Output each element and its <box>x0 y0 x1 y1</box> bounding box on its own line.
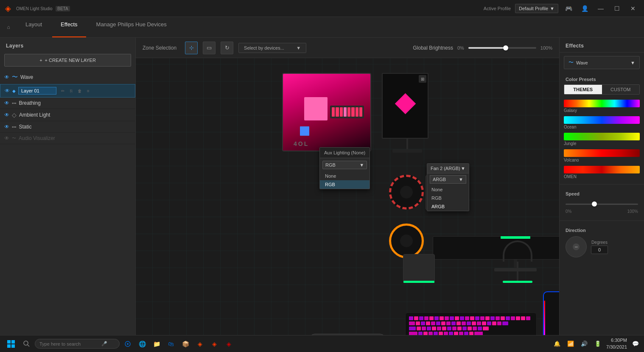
galaxy-gradient-bar <box>564 100 640 107</box>
speed-pcts: 0% 100% <box>566 209 638 214</box>
taskbar-explorer[interactable]: 📁 <box>150 338 163 350</box>
direction-wheel[interactable]: − <box>566 236 587 257</box>
minimize-button[interactable]: — <box>595 3 607 14</box>
layer-item-selected[interactable]: 👁 ◆ ✏ ⎘ 🗑 ≡ <box>0 84 135 98</box>
monitor-2-device <box>433 236 559 271</box>
monitor-expand-button[interactable]: ⊞ <box>419 75 426 83</box>
taskbar-volume-icon[interactable]: 🔊 <box>579 339 589 349</box>
aux-option-none[interactable]: None <box>320 172 370 180</box>
chevron-icon: ▼ <box>459 177 463 182</box>
svg-rect-1 <box>7 340 11 344</box>
svg-rect-2 <box>11 340 15 344</box>
fan-type-select[interactable]: ARGB ▼ <box>430 175 466 184</box>
layer-item-muted[interactable]: 👁 〜 Audio Visualizer <box>0 133 135 144</box>
profile-select[interactable]: Default Profile ▼ <box>515 4 558 13</box>
taskbar-search-box[interactable]: 🎤 <box>35 339 120 349</box>
taskbar-omen1[interactable]: ◈ <box>193 338 206 350</box>
wave-icon: 〜 <box>12 73 18 81</box>
speed-slider[interactable] <box>566 200 638 208</box>
aux-option-rgb[interactable]: RGB <box>320 180 370 189</box>
gamepad-icon[interactable]: 🎮 <box>563 3 574 14</box>
fan-2-dropdown[interactable]: Fan 2 (ARGB) ▼ ARGB ▼ None RGB ARGB <box>427 163 469 211</box>
brightness-fill <box>468 47 506 49</box>
speaker-left-bar <box>403 281 434 283</box>
preset-omen[interactable]: OMEN <box>564 166 640 179</box>
direction-minus-icon: − <box>573 243 580 250</box>
taskbar: 🎤 🌐 📁 🛍 📦 ◈ ◈ ◈ 🔔 📶 🔊 🔋 6:30PM 7/30/2021… <box>0 335 644 352</box>
tab-manage-hue[interactable]: Manage Philips Hue Devices <box>88 17 175 37</box>
taskbar-omen2[interactable]: ◈ <box>208 338 221 350</box>
degrees-field[interactable] <box>591 246 608 254</box>
effects-panel-header: Effects <box>560 38 644 53</box>
main-layout: Layers + + CREATE NEW LAYER 👁 〜 Wave 👁 ◆… <box>0 38 644 352</box>
color-presets-label: Color Presets <box>560 73 644 84</box>
preset-galaxy[interactable]: Galaxy <box>564 100 640 113</box>
aux-dropdown-header: Aux Lighting (None) <box>320 148 370 158</box>
layer-item[interactable]: 👁 〜 Wave <box>0 71 135 84</box>
taskbar-dropbox[interactable]: 📦 <box>179 338 192 350</box>
speed-track[interactable] <box>566 204 638 205</box>
canvas-viewport[interactable]: 4OL Aux Lighting (None) RGB ▼ None RGB <box>136 58 559 352</box>
taskbar-edge[interactable]: 🌐 <box>136 338 148 350</box>
fan-option-argb[interactable]: ARGB <box>427 202 469 211</box>
taskbar-wifi-icon[interactable]: 📶 <box>566 339 576 349</box>
home-button[interactable]: ⌂ <box>0 17 17 37</box>
tab-layout[interactable]: Layout <box>17 17 50 37</box>
app-logo: ◈ <box>5 4 11 13</box>
select-devices-dropdown[interactable]: Select by devices... ▼ <box>238 43 306 53</box>
taskbar-store[interactable]: 🛍 <box>165 338 177 350</box>
select-tool-button[interactable]: ⊹ <box>185 42 198 54</box>
edit-icon[interactable]: ✏ <box>59 87 67 95</box>
keyboard-row-1 <box>409 316 533 320</box>
rotate-button[interactable]: ↻ <box>221 42 233 54</box>
fan-option-rgb[interactable]: RGB <box>427 194 469 202</box>
visibility-icon: 👁 <box>4 100 9 106</box>
monitor-green-bar <box>501 236 530 239</box>
effects-select-dropdown[interactable]: 〜 Wave ▼ <box>564 56 640 69</box>
brightness-slider[interactable] <box>468 47 536 49</box>
effects-panel: Effects 〜 Wave ▼ Color Presets THEMES CU… <box>559 38 644 352</box>
menu-icon[interactable]: ≡ <box>84 87 92 95</box>
pc-pink-square <box>304 97 328 120</box>
aux-lighting-dropdown[interactable]: Aux Lighting (None) RGB ▼ None RGB <box>319 147 370 189</box>
brightness-thumb[interactable] <box>503 45 508 50</box>
fan-1-inner <box>400 186 413 198</box>
layer-item[interactable]: 👁 ••• Breathing <box>0 98 135 109</box>
taskbar-search-input[interactable] <box>39 341 99 346</box>
layer-item[interactable]: 👁 ••• Static <box>0 121 135 133</box>
layer-item[interactable]: 👁 ◇ Ambient Light <box>0 109 135 121</box>
taskbar-action-center[interactable]: 💬 <box>630 339 641 349</box>
chevron-down-icon: ▼ <box>630 60 635 65</box>
layer-name-input[interactable] <box>18 87 56 95</box>
maximize-button[interactable]: ☐ <box>611 3 623 14</box>
preset-ocean[interactable]: Ocean <box>564 116 640 129</box>
taskbar-battery-icon[interactable]: 🔋 <box>593 339 603 349</box>
close-button[interactable]: ✕ <box>627 3 639 14</box>
fan-1-circle <box>389 175 424 210</box>
tab-custom[interactable]: CUSTOM <box>602 85 640 94</box>
start-button[interactable] <box>3 336 19 352</box>
create-layer-button[interactable]: + + CREATE NEW LAYER <box>4 54 131 67</box>
direction-section: Direction − Degrees <box>560 224 644 261</box>
dots-icon: ••• <box>12 125 17 129</box>
aux-type-select[interactable]: RGB ▼ <box>322 161 367 169</box>
rect-select-button[interactable]: ▭ <box>203 42 216 54</box>
delete-icon[interactable]: 🗑 <box>76 87 84 95</box>
layer-icon: ◇ <box>12 112 17 118</box>
tab-effects[interactable]: Effects <box>52 17 86 37</box>
svg-rect-3 <box>7 344 11 348</box>
fan-option-none[interactable]: None <box>427 185 469 194</box>
preset-volcano[interactable]: Volcano <box>564 149 640 162</box>
taskbar-omen3[interactable]: ◈ <box>222 338 235 350</box>
speed-thumb[interactable] <box>592 201 597 207</box>
taskbar-cortana[interactable] <box>121 338 134 350</box>
preset-jungle[interactable]: Jungle <box>564 133 640 146</box>
user-icon[interactable]: 👤 <box>579 3 591 14</box>
taskbar-notification-icon[interactable]: 🔔 <box>552 339 562 349</box>
degrees-input: Degrees <box>591 240 608 254</box>
copy-icon[interactable]: ⎘ <box>67 87 75 95</box>
svg-line-6 <box>28 345 29 346</box>
tab-themes[interactable]: THEMES <box>564 85 602 94</box>
preset-tabs: THEMES CUSTOM <box>564 84 640 95</box>
layer-type-icon: ◆ <box>12 89 16 93</box>
